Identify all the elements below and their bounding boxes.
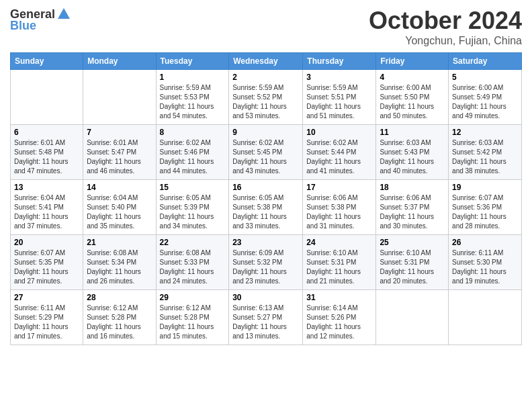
table-row: 16Sunrise: 6:05 AM Sunset: 5:38 PM Dayli… (229, 180, 303, 235)
table-row: 15Sunrise: 6:05 AM Sunset: 5:39 PM Dayli… (156, 180, 229, 235)
day-number: 28 (87, 293, 152, 302)
table-row: 18Sunrise: 6:06 AM Sunset: 5:37 PM Dayli… (376, 180, 449, 235)
page: General Blue October 2024 Yongchun, Fuji… (0, 0, 532, 411)
table-row: 7Sunrise: 6:01 AM Sunset: 5:47 PM Daylig… (83, 125, 156, 180)
header: General Blue October 2024 Yongchun, Fuji… (10, 7, 522, 47)
day-number: 10 (306, 128, 372, 137)
day-info: Sunrise: 6:08 AM Sunset: 5:33 PM Dayligh… (160, 248, 226, 286)
day-number: 29 (160, 293, 226, 302)
day-number: 5 (452, 73, 518, 82)
day-number: 14 (87, 183, 152, 192)
day-number: 9 (232, 128, 299, 137)
day-info: Sunrise: 6:11 AM Sunset: 5:30 PM Dayligh… (452, 248, 518, 286)
table-row: 27Sunrise: 6:11 AM Sunset: 5:29 PM Dayli… (11, 290, 83, 345)
day-number: 7 (87, 128, 152, 137)
table-row: 24Sunrise: 6:10 AM Sunset: 5:31 PM Dayli… (303, 235, 376, 290)
day-info: Sunrise: 5:59 AM Sunset: 5:51 PM Dayligh… (306, 83, 372, 121)
day-number: 21 (87, 238, 152, 247)
table-row: 2Sunrise: 5:59 AM Sunset: 5:52 PM Daylig… (229, 70, 303, 125)
day-info: Sunrise: 6:10 AM Sunset: 5:31 PM Dayligh… (306, 248, 372, 286)
day-number: 4 (380, 73, 445, 82)
header-saturday: Saturday (449, 53, 522, 70)
month-title: October 2024 (369, 7, 522, 35)
day-number: 23 (232, 238, 299, 247)
table-row (376, 290, 449, 345)
table-row (83, 70, 156, 125)
table-row: 11Sunrise: 6:03 AM Sunset: 5:43 PM Dayli… (376, 125, 449, 180)
calendar-week-row: 27Sunrise: 6:11 AM Sunset: 5:29 PM Dayli… (11, 290, 522, 345)
day-info: Sunrise: 6:03 AM Sunset: 5:42 PM Dayligh… (452, 138, 518, 176)
day-info: Sunrise: 6:06 AM Sunset: 5:38 PM Dayligh… (306, 193, 372, 231)
day-info: Sunrise: 6:04 AM Sunset: 5:41 PM Dayligh… (14, 193, 79, 231)
header-friday: Friday (376, 53, 449, 70)
header-monday: Monday (83, 53, 156, 70)
calendar-week-row: 20Sunrise: 6:07 AM Sunset: 5:35 PM Dayli… (11, 235, 522, 290)
day-number: 19 (452, 183, 518, 192)
day-number: 12 (452, 128, 518, 137)
day-info: Sunrise: 6:12 AM Sunset: 5:28 PM Dayligh… (87, 304, 152, 341)
table-row: 14Sunrise: 6:04 AM Sunset: 5:40 PM Dayli… (83, 180, 156, 235)
day-number: 8 (160, 128, 226, 137)
location: Yongchun, Fujian, China (369, 35, 522, 47)
day-number: 6 (14, 128, 79, 137)
logo: General Blue (10, 7, 71, 33)
table-row: 13Sunrise: 6:04 AM Sunset: 5:41 PM Dayli… (11, 180, 83, 235)
day-info: Sunrise: 6:06 AM Sunset: 5:37 PM Dayligh… (380, 193, 445, 231)
table-row: 1Sunrise: 5:59 AM Sunset: 5:53 PM Daylig… (156, 70, 229, 125)
day-number: 13 (14, 183, 79, 192)
day-number: 27 (14, 293, 79, 302)
header-sunday: Sunday (11, 53, 83, 70)
title-section: October 2024 Yongchun, Fujian, China (369, 7, 522, 47)
header-wednesday: Wednesday (229, 53, 303, 70)
table-row: 22Sunrise: 6:08 AM Sunset: 5:33 PM Dayli… (156, 235, 229, 290)
day-number: 31 (306, 293, 372, 302)
day-info: Sunrise: 5:59 AM Sunset: 5:52 PM Dayligh… (232, 83, 299, 121)
day-info: Sunrise: 6:09 AM Sunset: 5:32 PM Dayligh… (232, 248, 299, 286)
table-row: 20Sunrise: 6:07 AM Sunset: 5:35 PM Dayli… (11, 235, 83, 290)
logo-blue: Blue (10, 19, 36, 33)
day-info: Sunrise: 6:07 AM Sunset: 5:36 PM Dayligh… (452, 193, 518, 231)
day-info: Sunrise: 6:08 AM Sunset: 5:34 PM Dayligh… (87, 248, 152, 286)
table-row (11, 70, 83, 125)
table-row: 29Sunrise: 6:12 AM Sunset: 5:28 PM Dayli… (156, 290, 229, 345)
table-row: 31Sunrise: 6:14 AM Sunset: 5:26 PM Dayli… (303, 290, 376, 345)
day-number: 22 (160, 238, 226, 247)
table-row: 3Sunrise: 5:59 AM Sunset: 5:51 PM Daylig… (303, 70, 376, 125)
header-thursday: Thursday (303, 53, 376, 70)
table-row: 25Sunrise: 6:10 AM Sunset: 5:31 PM Dayli… (376, 235, 449, 290)
day-info: Sunrise: 6:02 AM Sunset: 5:46 PM Dayligh… (160, 138, 226, 176)
table-row: 28Sunrise: 6:12 AM Sunset: 5:28 PM Dayli… (83, 290, 156, 345)
table-row: 30Sunrise: 6:13 AM Sunset: 5:27 PM Dayli… (229, 290, 303, 345)
table-row: 6Sunrise: 6:01 AM Sunset: 5:48 PM Daylig… (11, 125, 83, 180)
calendar-week-row: 6Sunrise: 6:01 AM Sunset: 5:48 PM Daylig… (11, 125, 522, 180)
day-number: 3 (306, 73, 372, 82)
day-number: 17 (306, 183, 372, 192)
day-number: 30 (232, 293, 299, 302)
day-info: Sunrise: 6:04 AM Sunset: 5:40 PM Dayligh… (87, 193, 152, 231)
day-info: Sunrise: 6:01 AM Sunset: 5:47 PM Dayligh… (87, 138, 152, 176)
day-number: 24 (306, 238, 372, 247)
day-number: 25 (380, 238, 445, 247)
day-number: 2 (232, 73, 299, 82)
day-info: Sunrise: 5:59 AM Sunset: 5:53 PM Dayligh… (160, 83, 226, 121)
table-row: 26Sunrise: 6:11 AM Sunset: 5:30 PM Dayli… (449, 235, 522, 290)
day-info: Sunrise: 6:05 AM Sunset: 5:38 PM Dayligh… (232, 193, 299, 231)
day-info: Sunrise: 6:14 AM Sunset: 5:26 PM Dayligh… (306, 304, 372, 341)
table-row: 19Sunrise: 6:07 AM Sunset: 5:36 PM Dayli… (449, 180, 522, 235)
table-row: 23Sunrise: 6:09 AM Sunset: 5:32 PM Dayli… (229, 235, 303, 290)
table-row: 9Sunrise: 6:02 AM Sunset: 5:45 PM Daylig… (229, 125, 303, 180)
day-info: Sunrise: 6:13 AM Sunset: 5:27 PM Dayligh… (232, 304, 299, 341)
day-info: Sunrise: 6:05 AM Sunset: 5:39 PM Dayligh… (160, 193, 226, 231)
day-info: Sunrise: 6:02 AM Sunset: 5:44 PM Dayligh… (306, 138, 372, 176)
day-info: Sunrise: 6:00 AM Sunset: 5:50 PM Dayligh… (380, 83, 445, 121)
day-info: Sunrise: 6:02 AM Sunset: 5:45 PM Dayligh… (232, 138, 299, 176)
day-info: Sunrise: 6:00 AM Sunset: 5:49 PM Dayligh… (452, 83, 518, 121)
day-number: 15 (160, 183, 226, 192)
day-info: Sunrise: 6:03 AM Sunset: 5:43 PM Dayligh… (380, 138, 445, 176)
day-number: 18 (380, 183, 445, 192)
day-number: 1 (160, 73, 226, 82)
table-row: 4Sunrise: 6:00 AM Sunset: 5:50 PM Daylig… (376, 70, 449, 125)
logo-icon (56, 7, 71, 21)
day-number: 20 (14, 238, 79, 247)
svg-marker-0 (58, 8, 70, 19)
